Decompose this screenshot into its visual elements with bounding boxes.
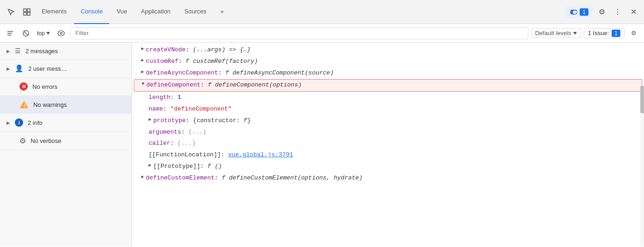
eye-icon-button[interactable] <box>55 27 68 40</box>
console-line-defineCustomElement: ▶ defineCustomElement: f defineCustomEle… <box>132 173 644 184</box>
issues-count-badge: 1 <box>612 30 620 37</box>
filter-input[interactable] <box>74 27 525 39</box>
console-output: ▶ createVNode: (...args) => {…} ▶ custom… <box>132 43 644 186</box>
sidebar-item-user-messages[interactable]: ▶ 👤 2 user mess… <box>0 60 131 78</box>
close-button[interactable]: ✕ <box>626 5 640 19</box>
svg-rect-1 <box>27 9 30 12</box>
tab-elements[interactable]: Elements <box>35 0 73 24</box>
console-wrapper: ▶ createVNode: (...args) => {…} ▶ custom… <box>132 43 644 247</box>
toolbar: top Default levels 1 Issue: 1 ⚙ <box>0 24 644 43</box>
function-location-link[interactable]: vue.global.js:3791 <box>228 150 293 160</box>
sidebar-label-info: 2 info <box>28 119 43 126</box>
user-icon: 👤 <box>15 64 24 73</box>
expand-createVNode[interactable]: ▶ <box>141 45 144 53</box>
tab-right-icons: 💬 1 ⚙ ⋮ ✕ <box>565 5 640 19</box>
console-line-length: length: 1 <box>132 92 644 104</box>
svg-text:!: ! <box>24 103 25 108</box>
tab-application[interactable]: Application <box>135 0 177 24</box>
scrollbar-thumb[interactable] <box>640 86 644 113</box>
error-icon: ✕ <box>19 82 28 91</box>
expand-proto[interactable]: ▶ <box>149 162 151 169</box>
sidebar-label-verbose: No verbose <box>31 137 61 144</box>
issues-button[interactable]: 1 Issue: 1 <box>584 28 625 38</box>
console-line-defineAsync: ▶ defineAsyncComponent: f defineAsyncCom… <box>132 68 644 79</box>
log-levels-button[interactable]: Default levels <box>531 28 581 38</box>
sidebar-item-info[interactable]: ▶ i 2 info <box>0 114 131 132</box>
filter-wrapper <box>70 27 528 39</box>
expand-defineComponent[interactable]: ▼ <box>142 80 144 88</box>
console-settings-button[interactable]: ⚙ <box>627 27 640 40</box>
expand-arrow-info: ▶ <box>6 120 10 125</box>
main-content: ▶ ☰ 2 messages ▶ 👤 2 user mess… ✕ No err… <box>0 43 644 247</box>
svg-rect-8 <box>7 35 11 36</box>
issues-badge-button[interactable]: 💬 1 <box>565 6 593 18</box>
sidebar-item-verbose[interactable]: ⚙ No verbose <box>0 132 131 150</box>
expand-arrow: ▶ <box>6 49 10 54</box>
svg-rect-3 <box>27 12 30 15</box>
expand-prototype[interactable]: ▶ <box>149 116 151 124</box>
svg-text:💬: 💬 <box>572 10 577 15</box>
settings-button[interactable]: ⚙ <box>595 5 609 19</box>
expand-defineCustomElement[interactable]: ▶ <box>141 173 144 181</box>
sidebar-label-errors: No errors <box>32 83 57 90</box>
console-line-defineComponent: ▼ defineComponent: f defineComponent(opt… <box>134 79 642 92</box>
sidebar-item-warnings[interactable]: ! No warnings <box>0 96 131 114</box>
clear-console-button[interactable] <box>4 27 17 40</box>
verbose-icon: ⚙ <box>19 136 26 145</box>
sidebar-label-warnings: No warnings <box>33 101 67 108</box>
console-line-functionLocation: [[FunctionLocation]]: vue.global.js:3791 <box>132 149 644 161</box>
console-line-createVNode: ▶ createVNode: (...args) => {…} <box>132 44 644 56</box>
issues-count: 1 <box>580 8 588 16</box>
svg-line-10 <box>24 31 28 35</box>
context-selector[interactable]: top <box>35 27 52 40</box>
scrollbar-track <box>640 86 644 247</box>
block-icon[interactable] <box>19 27 32 40</box>
console-line-prototype: ▶ prototype: {constructor: f} <box>132 115 644 127</box>
more-options-button[interactable]: ⋮ <box>611 5 625 19</box>
expand-arrow-user: ▶ <box>6 66 10 71</box>
console-line-customRef: ▶ customRef: f customRef(factory) <box>132 56 644 68</box>
svg-rect-2 <box>24 12 26 15</box>
svg-point-11 <box>60 32 62 34</box>
tab-vue[interactable]: Vue <box>110 0 134 24</box>
cursor-icon[interactable] <box>4 5 19 19</box>
sidebar-label-user-messages: 2 user mess… <box>28 65 67 72</box>
console-line-name: name: "defineComponent" <box>132 104 644 115</box>
tab-bar: Elements Console Vue Application Sources… <box>0 0 644 24</box>
sidebar-label-messages: 2 messages <box>25 48 58 55</box>
expand-defineAsync[interactable]: ▶ <box>141 68 144 76</box>
svg-rect-0 <box>24 9 26 12</box>
svg-rect-7 <box>7 33 12 34</box>
console-line-proto: ▶ [[Prototype]]: f () <box>132 161 644 173</box>
svg-rect-6 <box>7 31 13 32</box>
tab-console[interactable]: Console <box>74 0 109 24</box>
sidebar-item-messages[interactable]: ▶ ☰ 2 messages <box>0 43 131 60</box>
inspect-icon[interactable] <box>19 5 34 19</box>
info-icon: i <box>15 118 23 127</box>
tab-more[interactable]: » <box>214 0 230 24</box>
tab-sources[interactable]: Sources <box>178 0 213 24</box>
sidebar: ▶ ☰ 2 messages ▶ 👤 2 user mess… ✕ No err… <box>0 43 132 247</box>
console-line-caller: caller: (...) <box>132 138 644 149</box>
list-icon: ☰ <box>15 47 21 55</box>
warning-icon: ! <box>19 100 29 109</box>
expand-customRef[interactable]: ▶ <box>141 57 144 64</box>
sidebar-item-errors[interactable]: ✕ No errors <box>0 78 131 96</box>
console-line-arguments: arguments: (...) <box>132 127 644 138</box>
